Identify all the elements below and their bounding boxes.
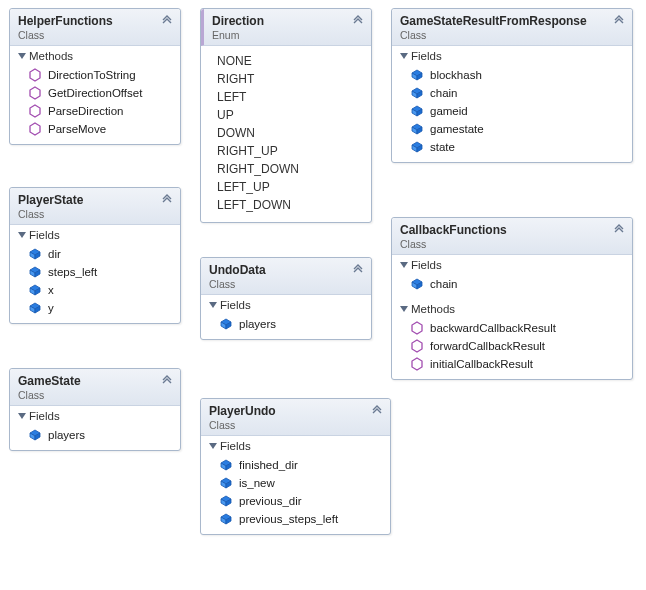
class-stereotype: Class (400, 29, 624, 41)
member-list: players (201, 313, 371, 339)
chevron-up-icon[interactable] (612, 14, 626, 28)
class-title: GameState (18, 374, 172, 388)
field-icon (410, 86, 424, 100)
field-icon (219, 317, 233, 331)
enum-value[interactable]: DOWN (217, 124, 361, 142)
class-stereotype: Class (18, 389, 172, 401)
class-title: UndoData (209, 263, 363, 277)
chevron-up-icon[interactable] (160, 374, 174, 388)
class-header: UndoData Class (201, 258, 371, 295)
member-field[interactable]: blockhash (402, 66, 626, 84)
svg-marker-0 (30, 69, 40, 81)
chevron-up-icon[interactable] (370, 404, 384, 418)
enum-value[interactable]: LEFT_DOWN (217, 196, 361, 214)
svg-marker-2 (30, 105, 40, 117)
svg-marker-38 (412, 340, 422, 352)
member-field[interactable]: gameid (402, 102, 626, 120)
enum-values: NONE RIGHT LEFT UP DOWN RIGHT_UP RIGHT_D… (201, 46, 371, 222)
chevron-up-icon[interactable] (612, 223, 626, 237)
class-undodata[interactable]: UndoData Class Fields players (200, 257, 372, 340)
field-icon (410, 68, 424, 82)
member-field[interactable]: is_new (211, 474, 384, 492)
field-icon (28, 428, 42, 442)
class-header: GameStateResultFromResponse Class (392, 9, 632, 46)
class-stereotype: Class (18, 29, 172, 41)
chevron-up-icon[interactable] (351, 263, 365, 277)
class-gamestate[interactable]: GameState Class Fields players (9, 368, 181, 451)
field-icon (219, 512, 233, 526)
member-method[interactable]: ParseDirection (20, 102, 174, 120)
method-icon (410, 357, 424, 371)
enum-value[interactable]: NONE (217, 52, 361, 70)
member-method[interactable]: backwardCallbackResult (402, 319, 626, 337)
chevron-up-icon[interactable] (160, 14, 174, 28)
field-icon (219, 494, 233, 508)
member-field[interactable]: previous_dir (211, 492, 384, 510)
member-field[interactable]: steps_left (20, 263, 174, 281)
member-field[interactable]: previous_steps_left (211, 510, 384, 528)
method-icon (410, 321, 424, 335)
member-method[interactable]: initialCallbackResult (402, 355, 626, 373)
enum-value[interactable]: RIGHT_DOWN (217, 160, 361, 178)
member-field[interactable]: gamestate (402, 120, 626, 138)
method-icon (28, 122, 42, 136)
field-icon (28, 301, 42, 315)
member-method[interactable]: GetDirectionOffset (20, 84, 174, 102)
class-header: CallbackFunctions Class (392, 218, 632, 255)
class-header: HelperFunctions Class (10, 9, 180, 46)
method-icon (28, 104, 42, 118)
member-field[interactable]: finished_dir (211, 456, 384, 474)
member-field[interactable]: state (402, 138, 626, 156)
member-method[interactable]: forwardCallbackResult (402, 337, 626, 355)
class-title: PlayerUndo (209, 404, 382, 418)
class-header: PlayerState Class (10, 188, 180, 225)
member-field[interactable]: dir (20, 245, 174, 263)
enum-value[interactable]: RIGHT_UP (217, 142, 361, 160)
member-field[interactable]: chain (402, 275, 626, 293)
member-method[interactable]: DirectionToString (20, 66, 174, 84)
method-icon (28, 68, 42, 82)
member-list: backwardCallbackResult forwardCallbackRe… (392, 317, 632, 379)
class-title: CallbackFunctions (400, 223, 624, 237)
member-method[interactable]: ParseMove (20, 120, 174, 138)
chevron-up-icon[interactable] (160, 193, 174, 207)
enum-value[interactable]: LEFT (217, 88, 361, 106)
field-icon (28, 265, 42, 279)
svg-marker-37 (412, 322, 422, 334)
chevron-up-icon[interactable] (351, 14, 365, 28)
field-icon (410, 140, 424, 154)
class-header: PlayerUndo Class (201, 399, 390, 436)
class-helperfunctions[interactable]: HelperFunctions Class Methods DirectionT… (9, 8, 181, 145)
class-title: Direction (212, 14, 363, 28)
svg-marker-3 (30, 123, 40, 135)
enum-value[interactable]: RIGHT (217, 70, 361, 88)
member-list: chain (392, 273, 632, 299)
class-playerstate[interactable]: PlayerState Class Fields dir steps_left … (9, 187, 181, 324)
section-fields: Fields (201, 436, 390, 454)
class-callbackfunctions[interactable]: CallbackFunctions Class Fields chain Met… (391, 217, 633, 380)
member-field[interactable]: y (20, 299, 174, 317)
member-field[interactable]: players (211, 315, 365, 333)
class-playerundo[interactable]: PlayerUndo Class Fields finished_dir is_… (200, 398, 391, 535)
field-icon (219, 458, 233, 472)
class-stereotype: Class (18, 208, 172, 220)
field-icon (28, 283, 42, 297)
enum-value[interactable]: LEFT_UP (217, 178, 361, 196)
section-fields: Fields (201, 295, 371, 313)
member-field[interactable]: players (20, 426, 174, 444)
class-stereotype: Class (400, 238, 624, 250)
field-icon (410, 277, 424, 291)
member-list: DirectionToString GetDirectionOffset Par… (10, 64, 180, 144)
member-list: finished_dir is_new previous_dir previou… (201, 454, 390, 534)
section-fields: Fields (392, 255, 632, 273)
class-gamestateresult[interactable]: GameStateResultFromResponse Class Fields… (391, 8, 633, 163)
enum-value[interactable]: UP (217, 106, 361, 124)
method-icon (410, 339, 424, 353)
member-field[interactable]: x (20, 281, 174, 299)
class-stereotype: Class (209, 419, 382, 431)
section-methods: Methods (392, 299, 632, 317)
section-fields: Fields (392, 46, 632, 64)
member-field[interactable]: chain (402, 84, 626, 102)
enum-direction[interactable]: Direction Enum NONE RIGHT LEFT UP DOWN R… (200, 8, 372, 223)
member-list: blockhash chain gameid gamestate state (392, 64, 632, 162)
